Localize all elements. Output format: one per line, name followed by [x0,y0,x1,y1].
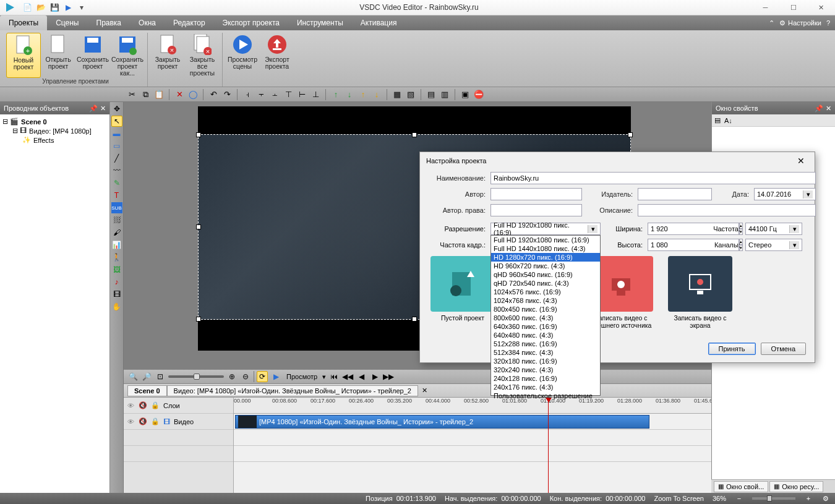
lock2-icon[interactable]: 🔒 [151,401,160,409]
video-clip[interactable]: [MP4 1080p] «Изгой-Один. Звёздные Войны_… [235,415,649,429]
misc2-icon[interactable]: ▧ [405,89,416,100]
resolution-option[interactable]: HD 1280x720 пикс. (16:9) [491,253,600,262]
pen-icon[interactable]: ✎ [111,177,122,189]
spray-icon[interactable]: ⛆ [111,215,122,226]
resolution-option[interactable]: 320x240 пикс. (4:3) [491,365,600,374]
video-track[interactable]: [MP4 1080p] «Изгой-Один. Звёздные Войны_… [234,414,711,430]
image-icon[interactable]: 🖼 [111,264,122,275]
step-back-icon[interactable]: ◀ [356,371,367,382]
rect2-icon[interactable]: ▭ [111,140,122,152]
line-icon[interactable]: ╱ [111,153,122,164]
align-right-icon[interactable]: ⫠ [269,89,280,100]
loop-icon[interactable]: ⟳ [257,371,268,382]
zoom-minus-icon[interactable]: ⊖ [240,371,251,382]
save-project-button[interactable]: Сохранитьпроект [75,33,110,78]
copyright-input[interactable] [490,204,582,216]
preview-drop-icon[interactable]: ▾ [322,373,326,381]
step-fwd-icon[interactable]: ▶ [369,371,380,382]
hand-icon[interactable]: ✋ [111,301,122,312]
zoom-plus-icon[interactable]: ⊕ [226,371,238,382]
tab-projects[interactable]: Проекты [0,15,47,30]
status-settings-icon[interactable]: ⚙ [821,494,830,503]
resolution-option[interactable]: 240x176 пикс. (4:3) [491,383,600,391]
scene-tab[interactable]: Scene 0 [127,385,167,396]
date-combo[interactable]: 14.07.2016▾ [754,188,816,200]
resolution-option[interactable]: 1024x576 пикс. (16:9) [491,288,600,296]
misc5-icon[interactable]: ▣ [460,89,471,100]
settings-link[interactable]: ⚙ Настройки [779,19,821,27]
curve-icon[interactable]: 〰 [111,165,122,176]
tab-export[interactable]: Экспорт проекта [214,15,288,30]
tab-activation[interactable]: Активация [352,15,406,30]
status-zoom-in-icon[interactable]: + [804,494,813,503]
resolution-option[interactable]: qHD 720x540 пикс. (4:3) [491,279,600,288]
desc-input[interactable] [638,204,816,216]
resolution-option[interactable]: Пользовательское разрешение [491,391,600,400]
author-input[interactable] [490,188,582,200]
resolution-option[interactable]: 640x360 пикс. (16:9) [491,322,600,331]
bottom-tab-resources[interactable]: ▦ Окно ресу... [769,481,823,492]
resolution-option[interactable]: Full HD 1920x1080 пикс. (16:9) [491,236,600,244]
resolution-option[interactable]: 1024x768 пикс. (4:3) [491,296,600,305]
status-zoom-slider[interactable] [752,497,795,500]
resolution-option[interactable]: 320x180 пикс. (16:9) [491,357,600,365]
arrow-up2-icon[interactable]: ↑ [358,89,369,100]
help-icon[interactable]: ? [826,19,830,27]
track-header[interactable]: 👁 🔇 🔒 🎞 Видео [124,414,233,430]
pin-icon[interactable]: 📌 [815,105,823,113]
cut-icon[interactable]: ✂ [126,89,137,100]
tab-tools[interactable]: Инструменты [288,15,352,30]
arrow-down2-icon[interactable]: ↓ [371,89,382,100]
new-project-button[interactable]: + Новыйпроект [6,33,41,78]
export-project-button[interactable]: Экспортпроекта [260,33,294,78]
handle-tr[interactable] [628,132,633,137]
chart-icon[interactable]: 📊 [111,239,122,250]
qat-play-icon[interactable]: ▶ [63,2,73,12]
status-zoom-out-icon[interactable]: − [735,494,743,503]
width-spinner[interactable]: ▴▾ [648,223,701,235]
pin-icon[interactable]: 📌 [89,105,98,113]
resolution-option[interactable]: 640x480 пикс. (4:3) [491,331,600,340]
qat-save-icon[interactable]: 💾 [49,2,59,12]
minimize-button[interactable]: ─ [751,0,779,15]
align-center-icon[interactable]: ⫟ [255,89,267,100]
eye-icon[interactable]: 👁 [126,418,135,425]
align-middle-icon[interactable]: ⊢ [296,89,307,100]
publisher-input[interactable] [638,188,712,200]
close-button[interactable]: ✕ [807,0,835,15]
save-as-button[interactable]: Сохранитьпроект как... [110,33,145,78]
misc6-icon[interactable]: ⛔ [473,89,484,100]
resolution-option[interactable]: 512x288 пикс. (16:9) [491,340,600,348]
tab-windows[interactable]: Окна [130,15,165,30]
panel-close-icon[interactable]: ✕ [826,105,831,113]
redo-icon[interactable]: ↷ [221,89,233,100]
handle-ml[interactable] [196,224,201,229]
sort-cat-icon[interactable]: ▤ [714,116,721,124]
channels-combo[interactable]: Стерео▾ [745,239,802,251]
resolution-option[interactable]: HD 960x720 пикс. (4:3) [491,262,600,270]
play-icon[interactable]: ▶ [270,371,281,382]
music-icon[interactable]: ♪ [111,276,122,288]
preview-scene-button[interactable]: Просмотрсцены [225,33,260,78]
align-bottom-icon[interactable]: ⊥ [310,89,321,100]
align-top-icon[interactable]: ⊤ [283,89,294,100]
tree-effects[interactable]: ✨ Effects [2,135,107,145]
zoom-slider[interactable] [168,375,224,378]
resolution-combo[interactable]: Full HD 1920x1080 пикс. (16:9) ▾ [490,223,601,235]
qat-new-icon[interactable]: 📄 [22,2,32,12]
pointer-icon[interactable]: ↖ [111,116,122,127]
handle-bm[interactable] [412,317,417,322]
brush-icon[interactable]: 🖌 [111,227,122,238]
align-left-icon[interactable]: ⫞ [242,89,253,100]
resolution-option[interactable]: 800x600 пикс. (4:3) [491,314,600,322]
collapse-ribbon-icon[interactable]: ⌃ [769,19,774,27]
dialog-close-icon[interactable]: ✕ [794,153,808,168]
cancel-button[interactable]: Отмена [761,343,806,355]
copy-icon[interactable]: ⧉ [140,89,151,100]
arrow-up-icon[interactable]: ↑ [330,89,341,100]
misc3-icon[interactable]: ▤ [426,89,437,100]
delete-icon[interactable]: ✕ [174,89,185,100]
film-icon[interactable]: 🎞 [111,289,122,300]
open-project-button[interactable]: Открытьпроект [41,33,75,78]
paste-icon[interactable]: 📋 [153,89,165,100]
